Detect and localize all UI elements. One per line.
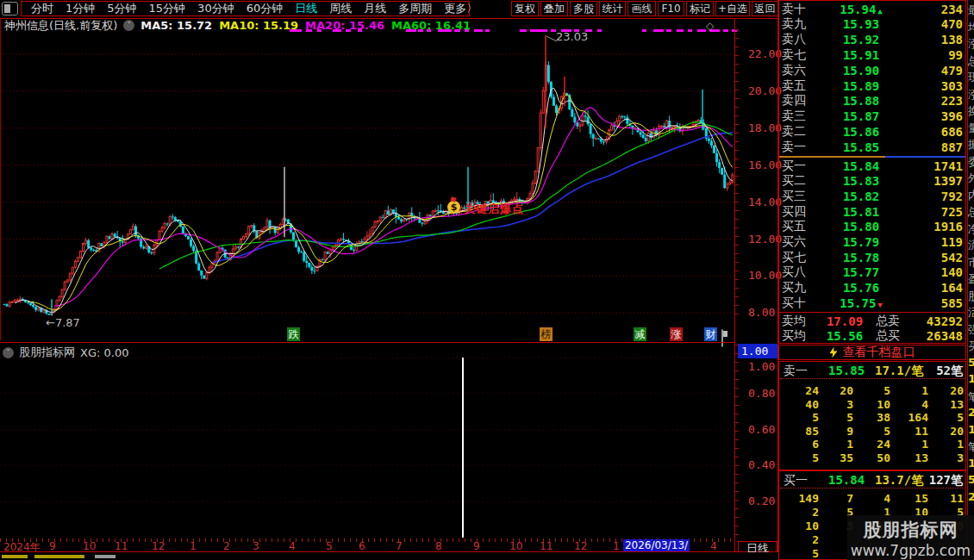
time-axis[interactable]: 2024年910111212345678910111214 2026/03/13… [0, 538, 778, 552]
buy-level-row[interactable]: 买五15.801916 [778, 220, 966, 234]
period-item-30分钟[interactable]: 30分钟 [191, 1, 240, 16]
sell-level-row[interactable]: 卖四15.88223 [778, 94, 966, 109]
level-volume: 686 [896, 125, 963, 139]
level-volume: 585 [896, 296, 963, 310]
level-price: 15.77 [827, 265, 896, 279]
buy-level-row[interactable]: 买九15.76164 [778, 281, 966, 296]
level-price: 15.75▼ [827, 296, 896, 310]
period-item-1分钟[interactable]: 1分钟 [59, 1, 101, 16]
buy-level-row[interactable]: 买一15.841741 [778, 159, 966, 173]
level-price: 15.85 [827, 140, 896, 154]
period-item-15分钟[interactable]: 15分钟 [143, 1, 192, 16]
level-price: 15.93 [827, 17, 896, 31]
period-item-分时[interactable]: 分时 [25, 1, 59, 16]
period-menu: 分时1分钟5分钟15分钟30分钟60分钟日线周线月线多周期更多〉 [21, 1, 470, 16]
event-badge-涨[interactable]: 涨 [670, 327, 683, 341]
time-axis-label: 4 [710, 540, 717, 552]
chevron-down-icon[interactable]: ˅ [123, 20, 134, 31]
sell-level-row[interactable]: 卖八15.92138 [778, 33, 966, 47]
clipped-text-fragment: 内 [968, 188, 974, 203]
window-split-icon[interactable] [2, 2, 18, 16]
sell-level-row[interactable]: 卖十15.94▲234 [778, 2, 966, 16]
sell-level-row[interactable]: 卖五15.89303 [778, 78, 966, 93]
level-price: 15.84 [827, 159, 896, 173]
clipped-text-fragment: 笔 [968, 439, 974, 455]
chevron-down-icon[interactable]: ˅ [3, 347, 14, 358]
lightning-icon [830, 347, 838, 358]
period-item-5分钟[interactable]: 5分钟 [101, 1, 142, 16]
toolbar-button-复权[interactable]: 复权 [511, 1, 539, 16]
trade-count-cell: 50 [853, 451, 890, 464]
deep-quote-box[interactable]: 查看千档盘口 [778, 345, 966, 360]
period-item-多周期[interactable]: 多周期 [392, 1, 438, 16]
sell-level-row[interactable]: 卖二15.86686 [778, 124, 966, 139]
sell-level-row[interactable]: 卖六15.90479 [778, 63, 966, 78]
sell-detail-row: 85951120 [781, 422, 964, 435]
toolbar-button-返回[interactable]: 返回 [752, 1, 778, 16]
period-item-60分钟[interactable]: 60分钟 [240, 1, 290, 16]
level-label: 卖二 [782, 124, 827, 140]
clipped-text-fragment: 强 [968, 322, 974, 338]
sell-level-row[interactable]: 卖九15.93470 [778, 17, 966, 32]
signal-annotation: 关键启爆点 [464, 202, 524, 217]
indicator-svg[interactable] [0, 343, 734, 539]
level-label: 卖十 [782, 2, 827, 17]
level-price: 15.92 [827, 33, 896, 47]
main-chart-panel[interactable]: 神州信息(日线.前复权) ˅ MA5: 15.72MA10: 15.19MA20… [0, 19, 734, 340]
event-badge-跌[interactable]: 跌 [287, 327, 300, 341]
event-badge-榜[interactable]: 榜 [540, 327, 553, 341]
buy-level-row[interactable]: 买三15.82792 [778, 189, 966, 203]
period-item-日线[interactable]: 日线 [289, 1, 323, 16]
level-label: 卖一 [782, 140, 827, 155]
order-book: 卖十15.94▲234卖九15.93470卖八15.92138卖七15.9199… [778, 0, 966, 560]
buy-level-row[interactable]: 买四15.81725 [778, 204, 966, 219]
sell-level-row[interactable]: 卖三15.87396 [778, 109, 966, 124]
deep-quote-link[interactable]: 查看千档盘口 [843, 345, 915, 360]
event-badge-财[interactable]: 财 [704, 327, 717, 341]
level-label: 卖七 [782, 47, 827, 63]
price-chart-svg[interactable] [3, 19, 737, 340]
toolbar-button-画线[interactable]: 画线 [627, 1, 656, 16]
level-volume: 164 [896, 281, 963, 295]
level-volume: 223 [896, 94, 963, 108]
period-item-月线[interactable]: 月线 [358, 1, 392, 16]
ma-values: MA5: 15.72MA10: 15.19MA20: 15.46MA60: 16… [140, 19, 478, 32]
indicator-header: ˅ 股朋指标网 XG: 0.00 [3, 345, 128, 360]
period-item-周线[interactable]: 周线 [323, 1, 358, 16]
toolbar-button-标记[interactable]: 标记 [686, 1, 714, 16]
clipped-text-fragment [34, 555, 84, 558]
indicator-panel[interactable]: ˅ 股朋指标网 XG: 0.00 [0, 342, 734, 538]
sell-level-row[interactable]: 卖七15.9199 [778, 47, 966, 62]
buy-level-row[interactable]: 买十15.75▼585 [778, 296, 966, 310]
toolbar-button-叠加[interactable]: 叠加 [540, 1, 568, 16]
indicator-axis-label: 0.60 [748, 423, 775, 436]
sell-detail-header: 卖一15.8517.1/笔52笔 [778, 364, 966, 377]
level-label: 买七 [782, 250, 827, 265]
buy-level-row[interactable]: 买二15.831397 [778, 174, 966, 189]
averages-row: 卖均17.09总卖43292 [778, 314, 966, 328]
toolbar-button-统计[interactable]: 统计 [599, 1, 626, 16]
buy-level-row[interactable]: 买七15.78542 [778, 250, 966, 264]
ma-value: MA60: 16.41 [391, 19, 471, 32]
toolbar-button-多股[interactable]: 多股 [570, 1, 597, 16]
level-volume: 470 [896, 17, 963, 31]
level-label: 卖五 [782, 78, 827, 94]
edge-clipped-column: 最均涨总现涨换量振委外内总净流市盈股活强买51笔21笔152 [967, 0, 974, 560]
time-axis-label: 8 [435, 540, 442, 552]
trade-count-cell: 35 [819, 451, 853, 464]
buy-level-row[interactable]: 买八15.77140 [778, 265, 966, 280]
toolbar-button-F10[interactable]: F10 [658, 1, 684, 16]
clipped-text-fragment: 净 [968, 221, 974, 237]
toolbar-button-+自选[interactable]: +自选 [715, 1, 750, 16]
period-item-更多〉[interactable]: 更多〉 [438, 1, 484, 16]
level-volume: 792 [896, 190, 963, 203]
down-arrow-icon: ▼ [877, 301, 882, 309]
clipped-text-fragment: 委 [968, 154, 974, 170]
sell-detail-row: 24205120 [781, 382, 964, 395]
indicator-scale-highlight: 1.00 [738, 344, 777, 358]
buy-level-row[interactable]: 买六15.79119 [778, 235, 966, 250]
diamond-icon[interactable]: ◇ [706, 20, 714, 32]
event-badge-减[interactable]: 减 [634, 327, 646, 341]
clipped-text-fragment: 盈 [968, 271, 974, 287]
sell-level-row[interactable]: 卖一15.85887 [778, 140, 966, 154]
